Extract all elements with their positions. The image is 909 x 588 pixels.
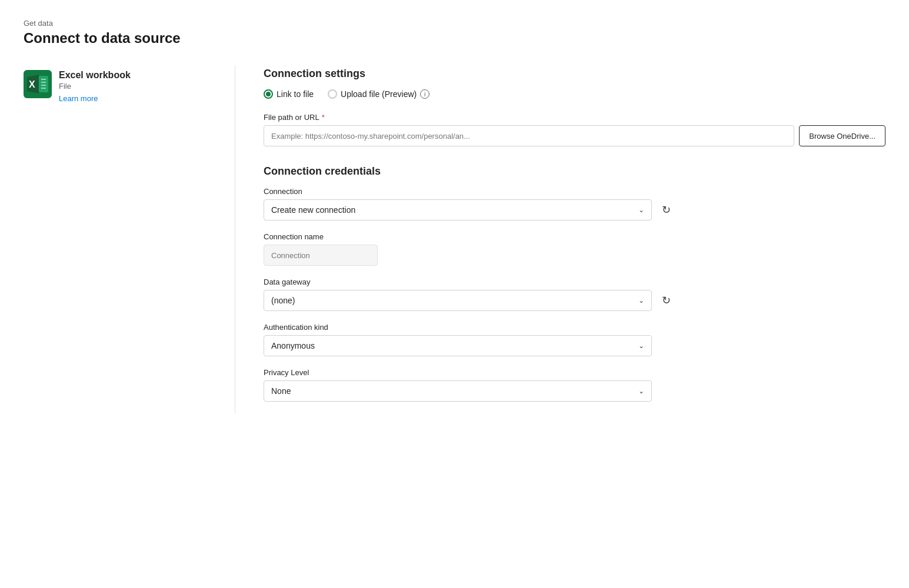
privacy-level-dropdown-value: None bbox=[271, 386, 291, 396]
connection-credentials-section: Connection credentials Connection Create… bbox=[264, 165, 885, 402]
svg-rect-2 bbox=[39, 76, 48, 92]
left-panel: X Excel workbook File Learn more bbox=[24, 65, 235, 413]
source-type: File bbox=[59, 82, 131, 91]
connection-name-input[interactable] bbox=[264, 245, 378, 266]
link-to-file-label: Link to file bbox=[277, 89, 314, 99]
source-details: Excel workbook File Learn more bbox=[59, 70, 131, 103]
upload-file-info-icon[interactable]: i bbox=[420, 89, 429, 99]
data-gateway-dropdown-chevron: ⌄ bbox=[638, 296, 644, 305]
authentication-kind-dropdown-value: Anonymous bbox=[271, 341, 315, 350]
authentication-kind-dropdown-chevron: ⌄ bbox=[638, 342, 644, 350]
data-gateway-dropdown-value: (none) bbox=[271, 296, 295, 305]
data-gateway-dropdown[interactable]: (none) ⌄ bbox=[264, 290, 652, 311]
breadcrumb: Get data bbox=[24, 19, 885, 28]
privacy-level-label: Privacy Level bbox=[264, 368, 885, 377]
authentication-kind-field-group: Authentication kind Anonymous ⌄ bbox=[264, 323, 885, 356]
upload-file-radio[interactable] bbox=[328, 89, 337, 99]
privacy-level-select-row: None ⌄ bbox=[264, 380, 885, 402]
connection-select-row: Create new connection ⌄ ↻ bbox=[264, 199, 885, 220]
authentication-kind-select-row: Anonymous ⌄ bbox=[264, 335, 885, 356]
source-info: X Excel workbook File Learn more bbox=[24, 70, 211, 103]
file-path-label: File path or URL * bbox=[264, 113, 885, 122]
right-panel: Connection settings Link to file Upload … bbox=[235, 65, 885, 413]
connection-name-label: Connection name bbox=[264, 232, 885, 241]
privacy-level-dropdown-chevron: ⌄ bbox=[638, 387, 644, 395]
link-to-file-radio[interactable] bbox=[264, 89, 273, 99]
connection-dropdown-chevron: ⌄ bbox=[638, 206, 644, 214]
file-path-field-group: File path or URL * Browse OneDrive... bbox=[264, 113, 885, 146]
required-star: * bbox=[322, 113, 325, 122]
connection-label: Connection bbox=[264, 187, 885, 196]
data-gateway-refresh-button[interactable]: ↻ bbox=[657, 291, 675, 310]
source-name: Excel workbook bbox=[59, 70, 131, 81]
connection-type-radio-group: Link to file Upload file (Preview) i bbox=[264, 89, 885, 99]
connection-refresh-button[interactable]: ↻ bbox=[657, 201, 675, 219]
data-gateway-field-group: Data gateway (none) ⌄ ↻ bbox=[264, 278, 885, 311]
excel-icon: X bbox=[24, 70, 52, 98]
privacy-level-dropdown[interactable]: None ⌄ bbox=[264, 380, 652, 402]
learn-more-link[interactable]: Learn more bbox=[59, 94, 131, 103]
upload-file-option[interactable]: Upload file (Preview) i bbox=[328, 89, 429, 99]
page-title: Connect to data source bbox=[24, 30, 885, 46]
privacy-level-field-group: Privacy Level None ⌄ bbox=[264, 368, 885, 402]
browse-onedrive-button[interactable]: Browse OneDrive... bbox=[799, 125, 885, 146]
data-gateway-select-row: (none) ⌄ ↻ bbox=[264, 290, 885, 311]
connection-name-field-group: Connection name bbox=[264, 232, 885, 266]
file-path-input-row: Browse OneDrive... bbox=[264, 125, 885, 146]
connection-field-group: Connection Create new connection ⌄ ↻ bbox=[264, 187, 885, 220]
upload-file-label: Upload file (Preview) bbox=[341, 89, 417, 99]
link-to-file-option[interactable]: Link to file bbox=[264, 89, 314, 99]
connection-dropdown[interactable]: Create new connection ⌄ bbox=[264, 199, 652, 220]
data-gateway-label: Data gateway bbox=[264, 278, 885, 286]
authentication-kind-label: Authentication kind bbox=[264, 323, 885, 332]
connection-settings-title: Connection settings bbox=[264, 68, 885, 80]
file-path-input[interactable] bbox=[264, 125, 794, 146]
svg-text:X: X bbox=[29, 79, 35, 89]
connection-dropdown-value: Create new connection bbox=[271, 205, 355, 215]
authentication-kind-dropdown[interactable]: Anonymous ⌄ bbox=[264, 335, 652, 356]
connection-credentials-title: Connection credentials bbox=[264, 165, 885, 178]
